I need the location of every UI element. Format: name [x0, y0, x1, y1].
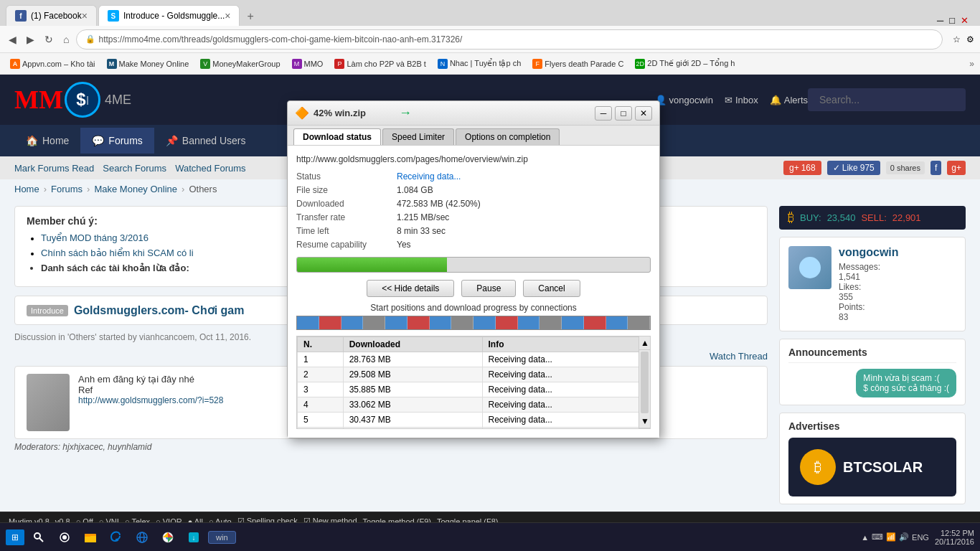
- url-box[interactable]: 🔒 https://mmo4me.com/threads/goldsmuggle…: [76, 29, 943, 50]
- conn-seg-16: [628, 316, 650, 329]
- search-input[interactable]: [808, 88, 966, 111]
- facebook-icon[interactable]: f: [930, 161, 941, 175]
- breadcrumb-sep1: ›: [44, 184, 47, 194]
- conn-seg-5: [385, 316, 407, 329]
- dl-scrollbar[interactable]: ▲ ▼: [639, 336, 650, 428]
- bookmarks-more[interactable]: »: [969, 59, 974, 69]
- likes-stat: Likes: 355: [839, 282, 899, 302]
- nav-alerts[interactable]: 🔔 Alerts: [770, 95, 808, 105]
- bookmark-star-icon[interactable]: ☆: [953, 34, 961, 44]
- tab-options-completion[interactable]: Options on completion: [456, 128, 560, 145]
- lang-label: ENG: [912, 533, 929, 542]
- tab-download-status[interactable]: Download status: [293, 128, 381, 145]
- taskbar-ie-icon[interactable]: [131, 526, 154, 549]
- btc-solar-text: BTCSOLAR: [843, 459, 923, 476]
- nav-forums[interactable]: 💬 Forums: [80, 128, 154, 154]
- gplus-button[interactable]: g+ 168: [783, 161, 821, 175]
- breadcrumb-others: Others: [189, 184, 217, 194]
- mark-read-link[interactable]: Mark Forums Read: [14, 163, 94, 174]
- clock[interactable]: 12:52 PM 20/11/2016: [935, 529, 974, 546]
- home-button[interactable]: ⌂: [60, 31, 72, 48]
- like-count: 975: [860, 163, 875, 173]
- breadcrumb-makemoney[interactable]: Make Money Online: [94, 184, 177, 194]
- taskbar-explorer-icon[interactable]: [79, 526, 102, 549]
- breadcrumb-forums[interactable]: Forums: [51, 184, 83, 194]
- site-logo[interactable]: MM $ | 4ME: [14, 82, 131, 118]
- username: vongocwin: [669, 95, 713, 105]
- maximize-button[interactable]: □: [949, 15, 955, 26]
- dialog-minimize[interactable]: ─: [595, 106, 612, 121]
- svg-text:↓: ↓: [192, 534, 196, 542]
- refresh-button[interactable]: ↻: [42, 31, 56, 48]
- bookmark-2d[interactable]: 2D 2D Thế giới 2D – Tổng h: [631, 57, 739, 70]
- taskbar: ⊞ ↓ win ▲ ⌨ 📶 🔊 ENG 12:52 PM 20/11/2016: [0, 522, 980, 551]
- bookmark-label: Appvn.com – Kho tài: [22, 60, 95, 68]
- bookmark-mmo[interactable]: M MMO: [288, 57, 328, 70]
- hide-details-button[interactable]: << Hide details: [367, 280, 454, 297]
- tab-facebook[interactable]: f (1) Facebook ×: [6, 5, 97, 26]
- bookmark-p2p[interactable]: P Làm cho P2P và B2B t: [330, 57, 430, 70]
- cell-downloaded: 28.763 MB: [343, 352, 482, 367]
- bookmark-label: Make Money Online: [119, 60, 189, 68]
- scroll-down[interactable]: ▼: [639, 415, 650, 428]
- scroll-up[interactable]: ▲: [639, 336, 650, 350]
- taskbar-download-icon[interactable]: ↓: [182, 526, 205, 549]
- dialog-body: http://www.goldsmugglers.com/pages/home/…: [288, 146, 659, 438]
- nav-home[interactable]: 🏠 Home: [14, 128, 80, 154]
- table-row: 433.062 MBReceiving data...: [298, 397, 650, 413]
- taskbar-chrome-icon[interactable]: [156, 526, 179, 549]
- taskbar-search-icon[interactable]: [27, 526, 50, 549]
- nav-banned[interactable]: 📌 Banned Users: [154, 128, 258, 154]
- dialog-title-text: 42% win.zip: [314, 108, 366, 118]
- cancel-button[interactable]: Cancel: [523, 280, 580, 297]
- user-avatar: [788, 246, 831, 289]
- share-count: 0 shares: [886, 161, 925, 174]
- bookmark-appvn[interactable]: A Appvn.com – Kho tài: [6, 57, 100, 70]
- pause-button[interactable]: Pause: [461, 280, 516, 297]
- conn-seg-6: [407, 316, 430, 329]
- googleplus-icon[interactable]: g+: [947, 161, 966, 175]
- nav-user[interactable]: 👤 vongocwin: [655, 95, 713, 105]
- scam-link[interactable]: Chính sách bảo hiểm khi SCAM có li: [41, 248, 194, 258]
- scroll-thumb[interactable]: [641, 352, 649, 413]
- breadcrumb-home[interactable]: Home: [14, 184, 39, 194]
- back-button[interactable]: ◀: [6, 31, 19, 48]
- new-tab-button[interactable]: +: [241, 7, 259, 26]
- nav-inbox[interactable]: ✉ Inbox: [725, 95, 758, 105]
- filesize-label: File size: [296, 185, 397, 195]
- table-row: 128.763 MBReceiving data...: [298, 352, 650, 367]
- taskbar-edge-icon[interactable]: [105, 526, 128, 549]
- announcements: Announcements Mình vừa bị scam :($ công …: [779, 339, 966, 405]
- connections-label: Start positions and download progress by…: [296, 303, 651, 313]
- watched-forums-link[interactable]: Watched Forums: [175, 163, 246, 174]
- taskbar-win-window[interactable]: win: [208, 531, 236, 544]
- dialog-maximize[interactable]: □: [615, 106, 632, 121]
- tab-close[interactable]: ×: [82, 10, 88, 22]
- conn-seg-12: [540, 316, 562, 329]
- search-forums-link[interactable]: Search Forums: [103, 163, 166, 174]
- start-button[interactable]: ⊞: [6, 529, 24, 545]
- btc-solar-ad[interactable]: ₿ BTCSOLAR: [788, 438, 956, 496]
- bookmark-mmg[interactable]: V MoneyMakerGroup: [196, 57, 284, 70]
- minimize-button[interactable]: ─: [937, 15, 943, 26]
- like-button[interactable]: ✓ Like 975: [827, 161, 880, 175]
- watch-thread-link[interactable]: Watch Thread: [710, 351, 768, 362]
- up-arrow-icon[interactable]: ▲: [861, 533, 869, 542]
- advertises-title: Advertises: [788, 420, 956, 432]
- like-icon: ✓: [833, 163, 840, 173]
- forward-button[interactable]: ▶: [24, 31, 37, 48]
- bookmark-nhac[interactable]: N Nhac | Tuyển tập ch: [433, 57, 525, 70]
- tab-speed-limiter[interactable]: Speed Limiter: [382, 128, 454, 145]
- mod-link[interactable]: Tuyển MOD tháng 3/2016: [41, 232, 149, 243]
- tab-introduce[interactable]: S Introduce - Goldsmuggle... ×: [98, 5, 240, 26]
- taskbar-cortana-icon[interactable]: [53, 526, 76, 549]
- bookmark-makemoney[interactable]: M Make Money Online: [103, 57, 194, 70]
- bookmark-flyers[interactable]: F Flyers death Parade C: [528, 57, 628, 70]
- dialog-close[interactable]: ✕: [635, 106, 652, 121]
- conn-seg-3: [341, 316, 364, 329]
- dl-row-status: Status Receiving data...: [296, 171, 651, 182]
- tab-close-active[interactable]: ×: [225, 10, 230, 22]
- close-button[interactable]: ✕: [961, 15, 969, 26]
- network-icon: 📶: [886, 532, 896, 542]
- extension-icon[interactable]: ⚙: [966, 34, 974, 44]
